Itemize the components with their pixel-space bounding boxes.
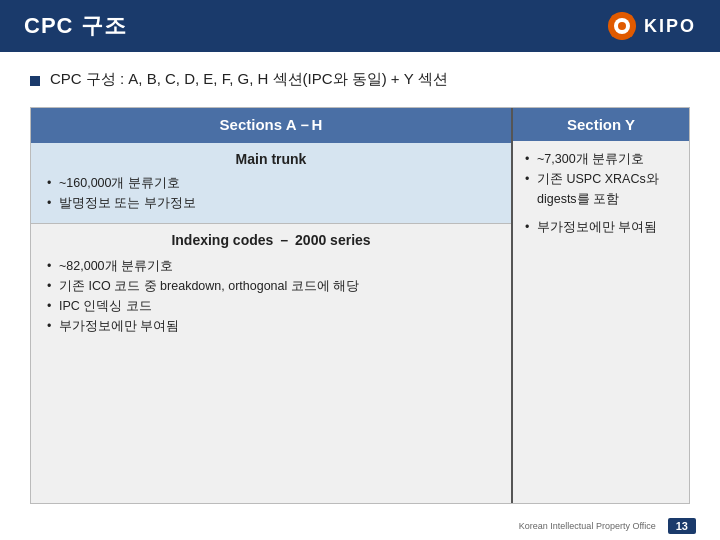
footer-page: 13	[668, 518, 696, 534]
sections-ah-header: Sections A－H	[31, 108, 511, 143]
section-y-list: ~7,300개 분류기호 기존 USPC XRACs와 digests를 포함 …	[523, 149, 679, 237]
main-trunk-list: ~160,000개 분류기호 발명정보 또는 부가정보	[45, 173, 497, 213]
list-item: ~82,000개 분류기호	[45, 256, 497, 276]
list-item: 기존 ICO 코드 중 breakdown, orthogonal 코드에 해당	[45, 276, 497, 296]
indexing-title: Indexing codes － 2000 series	[45, 232, 497, 250]
slide: CPC 구조 KIPO CPC 구성 :	[0, 0, 720, 540]
section-y-content: ~7,300개 분류기호 기존 USPC XRACs와 digests를 포함 …	[513, 141, 689, 503]
subtitle-row: CPC 구성 : A, B, C, D, E, F, G, H 섹션(IPC와 …	[30, 70, 690, 89]
main-content: CPC 구성 : A, B, C, D, E, F, G, H 섹션(IPC와 …	[0, 52, 720, 514]
header: CPC 구조 KIPO	[0, 0, 720, 52]
list-item: 부가정보에만 부여됨	[523, 217, 679, 237]
section-y-header: Section Y	[513, 108, 689, 141]
main-table: Sections A－H Main trunk ~160,000개 분류기호 발…	[30, 107, 690, 504]
list-item: 발명정보 또는 부가정보	[45, 193, 497, 213]
list-item: ~160,000개 분류기호	[45, 173, 497, 193]
list-item: ~7,300개 분류기호	[523, 149, 679, 169]
svg-rect-3	[620, 12, 623, 17]
svg-rect-4	[620, 35, 623, 40]
indexing-list: ~82,000개 분류기호 기존 ICO 코드 중 breakdown, ort…	[45, 256, 497, 336]
logo-area: KIPO	[606, 10, 696, 42]
indexing-area: Indexing codes － 2000 series ~82,000개 분류…	[31, 224, 511, 503]
footer-org: Korean Intellectual Property Office	[519, 521, 656, 531]
page-title: CPC 구조	[24, 11, 127, 41]
svg-rect-5	[608, 25, 613, 28]
list-item: 부가정보에만 부여됨	[45, 316, 497, 336]
svg-point-2	[618, 22, 626, 30]
sections-ah-column: Sections A－H Main trunk ~160,000개 분류기호 발…	[31, 108, 513, 503]
main-trunk-title: Main trunk	[45, 151, 497, 167]
list-item: IPC 인덱싱 코드	[45, 296, 497, 316]
logo-text: KIPO	[644, 16, 696, 37]
section-y-column: Section Y ~7,300개 분류기호 기존 USPC XRACs와 di…	[513, 108, 689, 503]
footer: Korean Intellectual Property Office 13	[0, 514, 720, 540]
subtitle-text: CPC 구성 : A, B, C, D, E, F, G, H 섹션(IPC와 …	[50, 70, 448, 89]
list-item: 기존 USPC XRACs와 digests를 포함	[523, 169, 679, 209]
kipo-logo-icon	[606, 10, 638, 42]
main-trunk-area: Main trunk ~160,000개 분류기호 발명정보 또는 부가정보	[31, 143, 511, 224]
svg-rect-6	[631, 25, 636, 28]
bullet-icon	[30, 76, 40, 86]
